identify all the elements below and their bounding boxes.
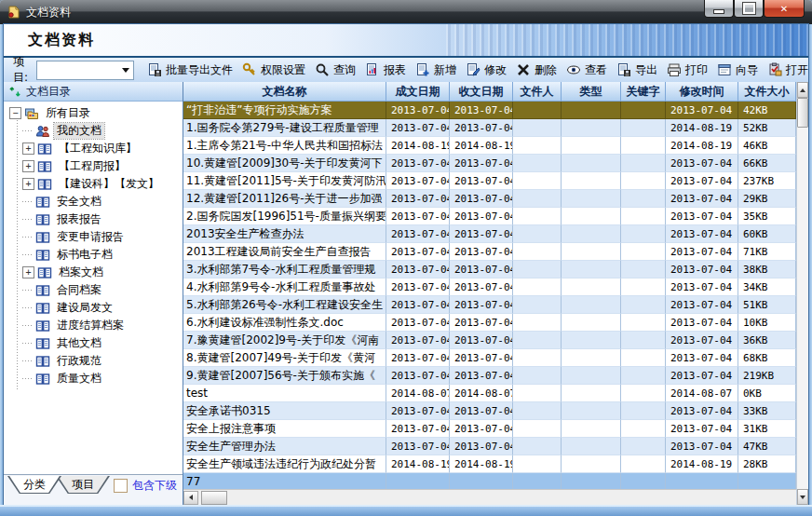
minimize-button[interactable] bbox=[704, 0, 734, 18]
table-row[interactable]: 2.国务院国发[1996]51号-质量振兴纲要2013-07-042013-07… bbox=[183, 208, 796, 225]
project-dropdown[interactable] bbox=[36, 61, 134, 80]
table-row[interactable]: 77 bbox=[183, 473, 796, 489]
table-row[interactable]: 9.黄建管[2007]56号-关于颁布实施《2013-07-042013-07-… bbox=[183, 367, 796, 385]
table-row[interactable]: 11.黄建管[2011]5号-关于印发黄河防汛2013-07-042013-07… bbox=[183, 172, 796, 190]
cell bbox=[513, 332, 562, 349]
horizontal-scrollbar[interactable] bbox=[183, 489, 796, 505]
table-row[interactable]: test2014-08-072014-08-072014-08-070KB bbox=[183, 385, 796, 402]
column-header-0[interactable]: 文档名称 bbox=[183, 82, 386, 101]
cell: 2013-07-04 bbox=[666, 402, 738, 420]
refresh-icon[interactable] bbox=[9, 86, 21, 98]
tree-item[interactable]: 标书电子档 bbox=[4, 246, 183, 264]
expand-icon[interactable]: + bbox=[22, 178, 34, 190]
tree-item[interactable]: 质量文档 bbox=[4, 370, 183, 387]
cell bbox=[621, 137, 666, 155]
toolbar-button-print[interactable]: 打印 bbox=[667, 62, 708, 78]
tree-item[interactable]: 合同档案 bbox=[4, 281, 183, 299]
tree-item[interactable]: 建设局发文 bbox=[4, 299, 183, 317]
tree-item[interactable]: +【工程周报】 bbox=[4, 157, 183, 175]
toolbar-button-delete[interactable]: 删除 bbox=[516, 62, 557, 78]
column-header-1[interactable]: 成文日期 bbox=[386, 82, 450, 101]
scroll-left-button[interactable] bbox=[183, 491, 198, 505]
toolbar-button-add[interactable]: 新增 bbox=[415, 62, 456, 78]
scroll-up-button[interactable] bbox=[797, 82, 808, 98]
vertical-scroll-thumb[interactable] bbox=[797, 98, 808, 128]
cell: 安全上报注意事项 bbox=[183, 420, 386, 438]
cell: 9.黄建管[2007]56号-关于颁布实施《 bbox=[183, 367, 386, 385]
tree-item[interactable]: 进度结算档案 bbox=[4, 317, 183, 334]
column-header-2[interactable]: 收文日期 bbox=[450, 82, 513, 101]
tree-item[interactable]: 我的文档 bbox=[4, 122, 183, 140]
column-header-5[interactable]: 关键字 bbox=[621, 82, 666, 101]
include-sub-checkbox[interactable] bbox=[114, 479, 128, 493]
cell: 2.国务院国发[1996]51号-质量振兴纲要 bbox=[183, 208, 386, 225]
cell: 2013-07-04 bbox=[666, 155, 738, 172]
column-header-4[interactable]: 类型 bbox=[562, 82, 621, 101]
tree-item[interactable]: +【建设科】【发文】 bbox=[4, 175, 183, 193]
table-row[interactable]: 安全承诺书03152013-07-042013-07-042013-07-043… bbox=[183, 402, 796, 420]
expand-icon[interactable]: + bbox=[22, 266, 34, 278]
tree-branch-line bbox=[22, 254, 33, 255]
tree-branch-line bbox=[22, 290, 33, 291]
table-row[interactable]: 1.国务院令第279号-建设工程质量管理2013-07-042013-07-04… bbox=[183, 119, 796, 137]
toolbar-button-view[interactable]: 查看 bbox=[566, 62, 607, 78]
collapse-icon[interactable]: − bbox=[9, 107, 21, 119]
tab-category[interactable]: 分类 bbox=[7, 476, 61, 494]
tree-item[interactable]: 安全文档 bbox=[4, 193, 183, 210]
table-row[interactable]: 安全生产领域违法违纪行为政纪处分暂2014-08-192014-08-19201… bbox=[183, 455, 796, 473]
cell bbox=[513, 208, 562, 225]
cell: 2013-07-04 bbox=[666, 367, 738, 385]
cell: 安全承诺书0315 bbox=[183, 402, 386, 420]
scroll-down-button[interactable] bbox=[797, 489, 808, 505]
vertical-scroll-track[interactable] bbox=[797, 128, 808, 489]
tree-item[interactable]: +【工程知识库】 bbox=[4, 140, 183, 157]
tree-item-label: 【工程知识库】 bbox=[56, 141, 140, 156]
tree-item[interactable]: +档案文档 bbox=[4, 264, 183, 281]
table-row[interactable]: 1.主席令第21号-中华人民共和国招标法2014-08-192014-08-19… bbox=[183, 137, 796, 155]
toolbar-button-report[interactable]: 报表 bbox=[365, 62, 406, 78]
cell bbox=[621, 278, 666, 296]
table-row[interactable]: 12.黄建管[2011]26号-关于进一步加强2013-07-042013-07… bbox=[183, 190, 796, 208]
sidebar-header: 文档目录 bbox=[4, 82, 183, 102]
horizontal-scroll-thumb[interactable] bbox=[201, 491, 227, 505]
column-header-6[interactable]: 修改时间 bbox=[666, 82, 738, 101]
column-header-3[interactable]: 文件人 bbox=[513, 82, 562, 101]
table-row[interactable]: 2013工程建设局前安全生产自查报告2013-07-042013-07-0420… bbox=[183, 243, 796, 261]
tree-item[interactable]: 变更申请报告 bbox=[4, 228, 183, 246]
toolbar-button-batch-export[interactable]: 批量导出文件 bbox=[147, 62, 233, 78]
cell: 2014-08-07 bbox=[666, 385, 738, 402]
expand-icon[interactable]: + bbox=[22, 143, 34, 155]
cell bbox=[621, 208, 666, 225]
table-row[interactable]: 2013安全生产检查办法2013-07-042013-07-042013-07-… bbox=[183, 225, 796, 243]
tree-item[interactable]: −所有目录 bbox=[4, 104, 183, 122]
close-button[interactable]: ✕ bbox=[764, 0, 805, 18]
maximize-button[interactable] bbox=[734, 0, 764, 18]
cell: “打非治违”专项行动实施方案 bbox=[183, 102, 386, 119]
tree-item[interactable]: 报表报告 bbox=[4, 210, 183, 228]
toolbar-button-edit[interactable]: 修改 bbox=[466, 62, 507, 78]
table-row[interactable]: 7.豫黄建管[2002]9号-关于印发《河南2013-07-042013-07-… bbox=[183, 332, 796, 349]
table-row[interactable]: 安全上报注意事项2013-07-042013-07-042013-07-0431… bbox=[183, 420, 796, 438]
column-header-7[interactable]: 文件大小 bbox=[738, 82, 796, 101]
tab-project[interactable]: 项目 bbox=[56, 476, 110, 494]
title-bar[interactable]: 文档资料 ✕ bbox=[0, 0, 812, 25]
tree-item[interactable]: 行政规范 bbox=[4, 352, 183, 370]
toolbar-button-wizard[interactable]: 向导 bbox=[717, 62, 758, 78]
tree-item[interactable]: 其他文档 bbox=[4, 334, 183, 352]
cell bbox=[562, 155, 621, 172]
table-row[interactable]: 3.水利部第7号令-水利工程质量管理规2013-07-042013-07-042… bbox=[183, 261, 796, 278]
expand-icon[interactable]: + bbox=[22, 160, 34, 172]
toolbar-button-export[interactable]: 导出 bbox=[616, 62, 657, 78]
table-row[interactable]: “打非治违”专项行动实施方案2013-07-042013-07-042013-0… bbox=[183, 102, 796, 119]
table-row[interactable]: 8.黄建管[2007]49号-关于印发《黄河2013-07-042013-07-… bbox=[183, 349, 796, 367]
table-row[interactable]: 安全生产管理办法2013-07-042013-07-042013-07-0447… bbox=[183, 438, 796, 455]
table-rows: “打非治违”专项行动实施方案2013-07-042013-07-042013-0… bbox=[183, 102, 796, 489]
table-row[interactable]: 6.水利建设标准强制性条文.doc2013-07-042013-07-04201… bbox=[183, 314, 796, 332]
vertical-scrollbar[interactable] bbox=[796, 82, 808, 505]
toolbar-button-search[interactable]: 查询 bbox=[315, 62, 356, 78]
table-row[interactable]: 5.水利部第26号令-水利工程建设安全生2013-07-042013-07-04… bbox=[183, 296, 796, 314]
toolbar-button-permission[interactable]: 权限设置 bbox=[242, 62, 305, 78]
toolbar-button-open[interactable]: 打开 bbox=[767, 62, 808, 78]
table-row[interactable]: 10.黄建管[2009]30号-关于印发黄河下2013-07-042013-07… bbox=[183, 155, 796, 172]
table-row[interactable]: 4.水利部第9号令-水利工程质量事故处2013-07-042013-07-042… bbox=[183, 278, 796, 296]
